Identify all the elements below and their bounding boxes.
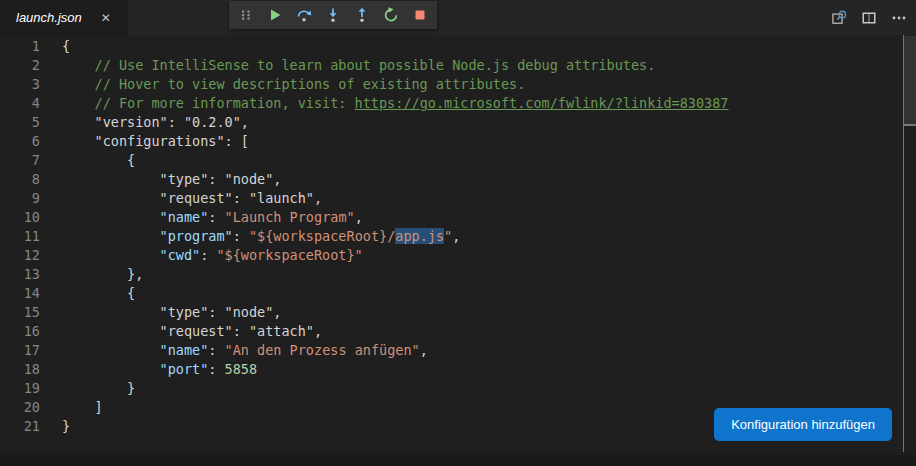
line-number[interactable]: 19: [0, 379, 40, 398]
editor-actions: [828, 0, 910, 35]
line-number[interactable]: 11: [0, 227, 40, 246]
close-icon[interactable]: ✕: [98, 10, 114, 26]
code-line[interactable]: 8 "type": "node",: [0, 170, 916, 189]
code-line[interactable]: 5 "version": "0.2.0",: [0, 113, 916, 132]
code-text: "type": "node",: [40, 303, 281, 322]
code-text: // For more information, visit: https://…: [40, 94, 728, 113]
code-line[interactable]: 18 "port": 5858: [0, 360, 916, 379]
code-text: {: [40, 284, 135, 303]
line-number[interactable]: 8: [0, 170, 40, 189]
add-configuration-button[interactable]: Konfiguration hinzufügen: [714, 408, 892, 441]
code-line[interactable]: 2 // Use IntelliSense to learn about pos…: [0, 56, 916, 75]
line-number[interactable]: 10: [0, 208, 40, 227]
code-text: "configurations": [: [40, 132, 249, 151]
line-number[interactable]: 15: [0, 303, 40, 322]
line-number[interactable]: 7: [0, 151, 40, 170]
line-number[interactable]: 9: [0, 189, 40, 208]
continue-icon[interactable]: [267, 7, 283, 23]
code-text: },: [40, 265, 143, 284]
code-line[interactable]: 11 "program": "${workspaceRoot}/app.js",: [0, 227, 916, 246]
code-text: "type": "node",: [40, 170, 281, 189]
line-number[interactable]: 13: [0, 265, 40, 284]
code-line[interactable]: 14 {: [0, 284, 916, 303]
code-text: }: [40, 379, 135, 398]
code-line[interactable]: 9 "request": "launch",: [0, 189, 916, 208]
step-over-icon[interactable]: [296, 7, 312, 23]
scrollbar-thumb[interactable]: [904, 36, 916, 126]
line-number[interactable]: 21: [0, 417, 40, 436]
gripper-icon[interactable]: [238, 7, 254, 23]
code-line[interactable]: 13 },: [0, 265, 916, 284]
bottom-strip: [0, 455, 916, 466]
line-number[interactable]: 16: [0, 322, 40, 341]
code-text: // Use IntelliSense to learn about possi…: [40, 56, 655, 75]
code-line[interactable]: 17 "name": "An den Prozess anfügen",: [0, 341, 916, 360]
code-line[interactable]: 16 "request": "attach",: [0, 322, 916, 341]
code-text: {: [40, 37, 70, 56]
code-text: // Hover to view descriptions of existin…: [40, 75, 525, 94]
code-text: "name": "An den Prozess anfügen",: [40, 341, 428, 360]
step-out-icon[interactable]: [354, 7, 370, 23]
code-text: "name": "Launch Program",: [40, 208, 363, 227]
code-line[interactable]: 7 {: [0, 151, 916, 170]
code-text: "program": "${workspaceRoot}/app.js",: [40, 227, 460, 246]
code-text: }: [40, 417, 70, 436]
code-text: "version": "0.2.0",: [40, 113, 249, 132]
tab-bar: launch.json ✕: [0, 0, 916, 35]
code-text: {: [40, 151, 135, 170]
line-number[interactable]: 6: [0, 132, 40, 151]
line-number[interactable]: 17: [0, 341, 40, 360]
stop-icon[interactable]: [412, 7, 428, 23]
code-line[interactable]: 10 "name": "Launch Program",: [0, 208, 916, 227]
code-line[interactable]: 6 "configurations": [: [0, 132, 916, 151]
code-line[interactable]: 19 }: [0, 379, 916, 398]
search-editor-icon[interactable]: [828, 7, 850, 29]
code-text: "request": "attach",: [40, 322, 322, 341]
more-actions-icon[interactable]: [888, 7, 910, 29]
line-number[interactable]: 5: [0, 113, 40, 132]
editor-pane[interactable]: 1{2 // Use IntelliSense to learn about p…: [0, 35, 916, 466]
code-text: ]: [40, 398, 103, 417]
code-line[interactable]: 4 // For more information, visit: https:…: [0, 94, 916, 113]
code-text: "port": 5858: [40, 360, 257, 379]
line-number[interactable]: 2: [0, 56, 40, 75]
line-number[interactable]: 3: [0, 75, 40, 94]
tab-label: launch.json: [16, 10, 82, 25]
tab-launch-json[interactable]: launch.json ✕: [0, 0, 128, 35]
scrollbar-track[interactable]: [903, 35, 916, 452]
code-lines: 1{2 // Use IntelliSense to learn about p…: [0, 35, 916, 436]
code-line[interactable]: 3 // Hover to view descriptions of exist…: [0, 75, 916, 94]
code-line[interactable]: 1{: [0, 37, 916, 56]
line-number[interactable]: 4: [0, 94, 40, 113]
debug-toolbar: [229, 1, 437, 29]
restart-icon[interactable]: [383, 7, 399, 23]
line-number[interactable]: 12: [0, 246, 40, 265]
line-number[interactable]: 20: [0, 398, 40, 417]
code-line[interactable]: 15 "type": "node",: [0, 303, 916, 322]
code-text: "cwd": "${workspaceRoot}": [40, 246, 363, 265]
step-into-icon[interactable]: [325, 7, 341, 23]
code-text: "request": "launch",: [40, 189, 322, 208]
split-editor-icon[interactable]: [858, 7, 880, 29]
code-line[interactable]: 12 "cwd": "${workspaceRoot}": [0, 246, 916, 265]
line-number[interactable]: 1: [0, 37, 40, 56]
line-number[interactable]: 18: [0, 360, 40, 379]
line-number[interactable]: 14: [0, 284, 40, 303]
